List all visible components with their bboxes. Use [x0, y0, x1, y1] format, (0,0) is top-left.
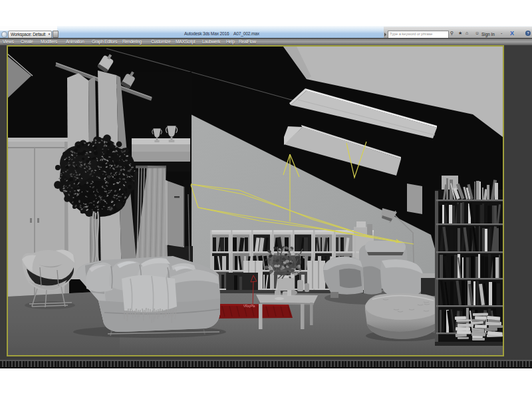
- svg-text:VRayPla: VRayPla: [243, 305, 255, 308]
